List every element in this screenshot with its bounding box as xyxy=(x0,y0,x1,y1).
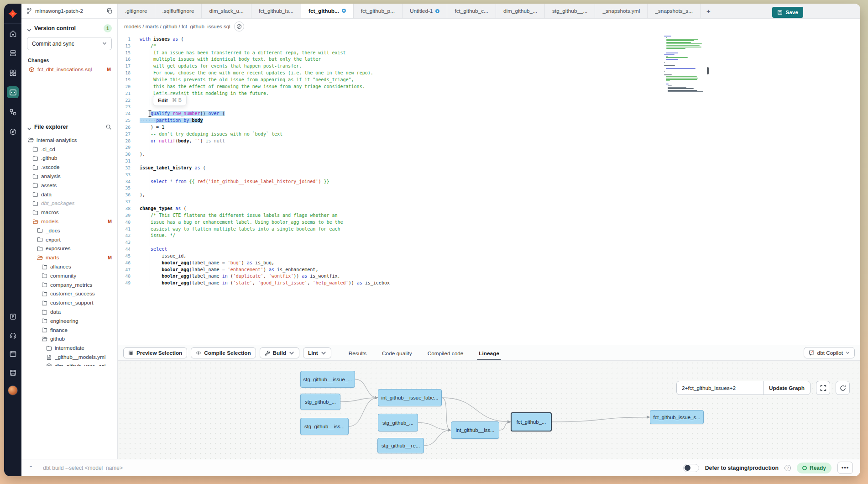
code-line-41[interactable]: 41 easiest way to flatten multiple label… xyxy=(118,226,860,232)
help-icon[interactable]: ? xyxy=(784,465,791,471)
tree-item-.vscode[interactable]: .vscode xyxy=(21,163,117,172)
code-line-39[interactable]: 39 /* This CTE flattens the different is… xyxy=(118,212,860,219)
branches-icon[interactable] xyxy=(7,106,19,118)
tree-item-_github__models.yml[interactable]: _github__models.yml xyxy=(21,352,117,362)
lineage-selector-input[interactable]: 2+fct_github_issues+2 xyxy=(676,381,763,395)
minimap[interactable] xyxy=(664,36,703,93)
code-line-15[interactable]: 15 If an issue has been transferred to a… xyxy=(118,49,860,56)
editor-tab-fct_github_is...[interactable]: fct_github_is... xyxy=(251,4,301,18)
file-explorer-header[interactable]: File explorer xyxy=(21,118,117,134)
editor-tab-fct_github_p...[interactable]: fct_github_p... xyxy=(354,4,403,18)
docs-window-icon[interactable] xyxy=(7,348,19,360)
defer-toggle[interactable] xyxy=(683,464,699,472)
tree-item-company_metrics[interactable]: company_metrics xyxy=(21,280,117,289)
update-graph-button[interactable]: Update Graph xyxy=(763,381,810,395)
version-control-header[interactable]: Version control 1 xyxy=(21,19,117,36)
tree-item-data[interactable]: data xyxy=(21,190,117,199)
more-options-button[interactable]: ••• xyxy=(837,462,853,474)
tree-item-engineering[interactable]: engineering xyxy=(21,316,117,326)
learn-icon[interactable] xyxy=(7,367,19,379)
refresh-graph-button[interactable] xyxy=(836,381,850,395)
code-line-25[interactable]: 25······partition by body xyxy=(118,117,860,124)
command-input[interactable]: dbt build --select <model_name> xyxy=(43,465,683,471)
code-line-36[interactable]: 36), xyxy=(118,191,860,198)
code-line-33[interactable]: 33 xyxy=(118,171,860,178)
changed-file-row[interactable]: fct_dbt_invocations.sqlM xyxy=(21,65,117,74)
code-line-43[interactable]: 43 xyxy=(118,239,860,246)
code-line-21[interactable]: 21 Let's revisit this modeling in the fu… xyxy=(118,90,860,97)
home-icon[interactable] xyxy=(7,27,19,39)
editor-tab-fct_github...[interactable]: fct_github... xyxy=(301,4,354,18)
tree-item-internal-analytics[interactable]: internal-analytics xyxy=(21,136,117,145)
tree-item-macros[interactable]: macros xyxy=(21,208,117,217)
lineage-node-n4[interactable]: int_github__issue_labe... xyxy=(378,389,442,406)
editor-tab-Untitled-1[interactable]: Untitled-1 xyxy=(403,4,448,18)
build-button[interactable]: Build xyxy=(260,347,300,358)
tree-item-dim_github_user...sql[interactable]: dim_github_user...sql xyxy=(21,362,117,366)
dbt-logo[interactable] xyxy=(4,4,21,24)
fullscreen-button[interactable] xyxy=(816,381,830,395)
code-line-45[interactable]: 45 issue_id, xyxy=(118,253,860,259)
tree-item-_docs[interactable]: _docs xyxy=(21,226,117,235)
tree-item-alliances[interactable]: alliances xyxy=(21,262,117,271)
deploy-environments-icon[interactable] xyxy=(7,47,19,59)
editor-tab-_snapshots.yml[interactable]: _snapshots.yml xyxy=(595,4,648,18)
lineage-node-n8[interactable]: fct_github_... xyxy=(511,412,552,431)
user-avatar[interactable] xyxy=(8,385,18,395)
code-line-29[interactable]: 29 xyxy=(118,144,860,151)
code-line-16[interactable]: 16 multiple issues with identical body t… xyxy=(118,56,860,63)
tree-item-exposures[interactable]: exposures xyxy=(21,244,117,253)
copy-branch-icon[interactable] xyxy=(106,8,113,14)
lineage-node-n7[interactable]: int_github__iss... xyxy=(451,421,499,439)
tree-item-intermediate[interactable]: intermediate xyxy=(21,343,117,352)
code-line-32[interactable]: 32issue_label_history as ( xyxy=(118,164,860,171)
lineage-node-n6[interactable]: stg_github__re... xyxy=(377,438,424,453)
tree-item-analysis[interactable]: analysis xyxy=(21,172,117,181)
dashboards-icon[interactable] xyxy=(7,67,19,79)
lineage-node-n2[interactable]: stg_github_... xyxy=(300,394,340,410)
commit-and-sync-dropdown[interactable]: Commit and sync xyxy=(27,37,112,50)
code-line-48[interactable]: 48 boolor_agg(label_name in ('duplicate'… xyxy=(118,273,860,280)
editor-tab-fct_github_c...[interactable]: fct_github_c... xyxy=(447,4,496,18)
save-button[interactable]: Save xyxy=(772,7,803,18)
code-line-28[interactable]: 28 or nullif(body, '') is null xyxy=(118,137,860,144)
editor-tab-.sqlfluffignore[interactable]: .sqlfluffignore xyxy=(155,4,202,18)
tree-item-.ci_cd[interactable]: .ci_cd xyxy=(21,145,117,154)
tree-item-dbt_packages[interactable]: dbt_packages xyxy=(21,199,117,208)
editor-tab-_snapshots_s...[interactable]: _snapshots_s... xyxy=(648,4,701,18)
help-headset-icon[interactable] xyxy=(7,329,19,341)
scrollbar-thumb[interactable] xyxy=(707,67,709,74)
file-actions-icon[interactable] xyxy=(234,21,244,32)
tree-item-export[interactable]: export xyxy=(21,235,117,244)
editor-tab-dim_slack_u...[interactable]: dim_slack_u... xyxy=(202,4,251,18)
tree-item-assets[interactable]: assets xyxy=(21,181,117,190)
editor-tab-stg_github__...[interactable]: stg_github__... xyxy=(545,4,595,18)
tree-item-finance[interactable]: finance xyxy=(21,326,117,335)
develop-ide-icon[interactable] xyxy=(7,86,19,98)
code-line-27[interactable]: 27 -- don't try deduping issues with no … xyxy=(118,131,860,137)
editor-tab-.gitignore[interactable]: .gitignore xyxy=(118,4,155,18)
code-line-34[interactable]: 34 select * from {{ ref('int_github__iss… xyxy=(118,178,860,185)
preview-selection-button[interactable]: Preview Selection xyxy=(123,347,187,358)
search-icon[interactable] xyxy=(105,124,112,130)
code-line-37[interactable]: 37 xyxy=(118,198,860,205)
code-line-22[interactable]: 22 xyxy=(118,97,860,104)
collapse-panel-chevron[interactable]: ⌃ xyxy=(29,465,33,471)
code-line-1[interactable]: 1with issues as ( xyxy=(118,36,860,42)
code-line-30[interactable]: 30), xyxy=(118,151,860,158)
lint-button[interactable]: Lint xyxy=(303,347,331,358)
new-tab-button[interactable]: + xyxy=(701,4,716,18)
code-line-17[interactable]: 17 will get updates for events that happ… xyxy=(118,63,860,69)
lineage-node-n1[interactable]: stg_github__issue_... xyxy=(300,371,355,388)
tree-item-data[interactable]: data xyxy=(21,307,117,316)
tree-item-community[interactable]: community xyxy=(21,271,117,280)
code-line-40[interactable]: 40 issue has a bug or enhancement label.… xyxy=(118,219,860,226)
code-line-26[interactable]: 26 ) = 1 xyxy=(118,124,860,131)
lineage-node-n9[interactable]: fct_github_issue_s... xyxy=(650,410,704,424)
tree-item-models[interactable]: modelsM xyxy=(21,217,117,226)
code-line-35[interactable]: 35 xyxy=(118,185,860,192)
tree-item-customer_success[interactable]: customer_success xyxy=(21,289,117,299)
explore-icon[interactable] xyxy=(7,126,19,137)
code-line-13[interactable]: 13 /* xyxy=(118,42,860,49)
code-line-23[interactable]: 23 xyxy=(118,103,860,110)
